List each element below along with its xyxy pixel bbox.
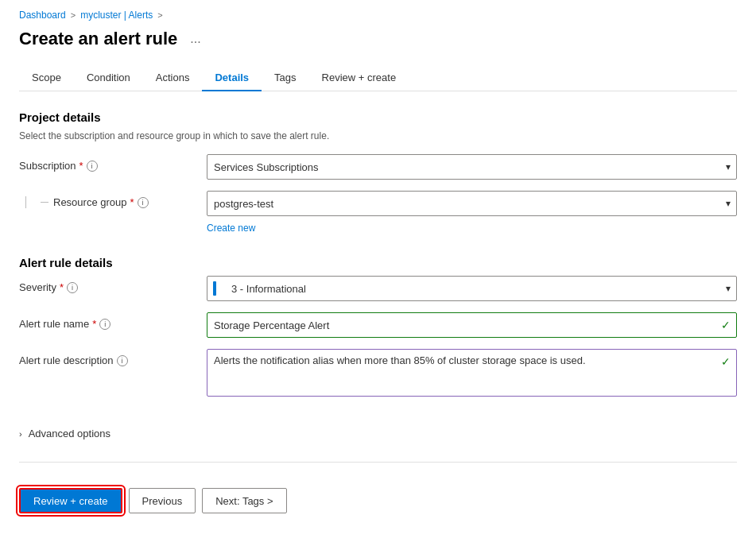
alert-rule-description-textarea-wrapper: Alerts the notification alias when more …: [207, 349, 737, 399]
project-details-section: Project details Select the subscription …: [19, 110, 737, 234]
alert-rule-description-textarea[interactable]: Alerts the notification alias when more …: [207, 349, 737, 397]
severity-row: Severity * i 0 - Critical 1 - Error 2 - …: [19, 276, 737, 301]
advanced-options-row[interactable]: › Advanced options: [19, 421, 737, 446]
resource-group-required: *: [130, 196, 134, 208]
alert-rule-name-row: Alert rule name * i ✓: [19, 312, 737, 338]
resource-group-label-text: Resource group: [53, 196, 127, 208]
alert-rule-description-control: Alerts the notification alias when more …: [207, 349, 737, 399]
severity-control: 0 - Critical 1 - Error 2 - Warning 3 - I…: [207, 276, 737, 301]
resource-group-control: postgres-test ▾ Create new: [207, 191, 737, 234]
advanced-options-chevron-icon: ›: [19, 429, 22, 439]
tabs-row: Scope Condition Actions Details Tags Rev…: [19, 65, 737, 91]
breadcrumb-cluster[interactable]: mycluster | Alerts: [80, 10, 153, 21]
tab-details[interactable]: Details: [202, 65, 262, 91]
subscription-control: Services Subscriptions ▾: [207, 154, 737, 180]
severity-required: *: [60, 281, 64, 293]
project-details-description: Select the subscription and resource gro…: [19, 130, 737, 141]
resource-group-select-wrapper: postgres-test ▾: [207, 191, 737, 216]
breadcrumb-sep-1: >: [71, 10, 76, 20]
page-container: Dashboard > mycluster | Alerts > Create …: [0, 0, 756, 542]
alert-rule-details-title: Alert rule details: [19, 256, 737, 269]
create-new-link[interactable]: Create new: [207, 223, 737, 234]
review-create-button[interactable]: Review + create: [19, 488, 122, 513]
alert-rule-name-input-wrapper: ✓: [207, 312, 737, 338]
severity-label: Severity * i: [19, 276, 194, 293]
alert-rule-name-check-icon: ✓: [721, 319, 731, 331]
breadcrumb-dashboard[interactable]: Dashboard: [19, 10, 66, 21]
alert-rule-name-input[interactable]: [207, 312, 737, 338]
subscription-select-wrapper: Services Subscriptions ▾: [207, 154, 737, 180]
page-title: Create an alert rule: [19, 29, 177, 49]
advanced-options-label: Advanced options: [29, 428, 110, 439]
resource-group-select[interactable]: postgres-test: [207, 191, 737, 216]
alert-rule-name-label: Alert rule name * i: [19, 312, 194, 330]
next-button[interactable]: Next: Tags >: [202, 488, 286, 513]
alert-rule-description-info-icon[interactable]: i: [117, 355, 128, 366]
subscription-label: Subscription * i: [19, 154, 194, 172]
ellipsis-button[interactable]: ...: [185, 30, 205, 48]
severity-info-icon[interactable]: i: [67, 282, 78, 293]
alert-rule-name-control: ✓: [207, 312, 737, 338]
tab-review-create[interactable]: Review + create: [309, 65, 409, 91]
tab-scope[interactable]: Scope: [19, 65, 74, 91]
bottom-divider: [19, 462, 737, 463]
alert-rule-name-info-icon[interactable]: i: [99, 319, 110, 330]
page-title-row: Create an alert rule ...: [19, 29, 737, 49]
tab-tags[interactable]: Tags: [262, 65, 308, 91]
alert-rule-description-check-icon: ✓: [721, 355, 731, 368]
subscription-required: *: [79, 160, 83, 172]
alert-rule-details-section: Alert rule details Severity * i 0 - Crit…: [19, 256, 737, 399]
bottom-bar: Review + create Previous Next: Tags >: [19, 478, 737, 523]
subscription-info-icon[interactable]: i: [87, 161, 98, 172]
previous-button[interactable]: Previous: [129, 488, 196, 513]
resource-group-info-icon[interactable]: i: [138, 197, 149, 208]
project-details-title: Project details: [19, 110, 737, 124]
resource-group-label-col: Resource group * i: [19, 191, 194, 208]
alert-rule-name-required: *: [92, 318, 96, 330]
severity-select[interactable]: 0 - Critical 1 - Error 2 - Warning 3 - I…: [207, 276, 737, 301]
breadcrumb-sep-2: >: [157, 10, 162, 20]
alert-rule-description-row: Alert rule description i Alerts the noti…: [19, 349, 737, 399]
breadcrumb: Dashboard > mycluster | Alerts >: [19, 10, 737, 21]
severity-select-wrapper: 0 - Critical 1 - Error 2 - Warning 3 - I…: [207, 276, 737, 301]
subscription-select[interactable]: Services Subscriptions: [207, 154, 737, 180]
alert-rule-description-label: Alert rule description i: [19, 349, 194, 366]
tab-condition[interactable]: Condition: [74, 65, 143, 91]
subscription-row: Subscription * i Services Subscriptions …: [19, 154, 737, 180]
resource-group-row: Resource group * i postgres-test ▾ Creat…: [19, 191, 737, 234]
tab-actions[interactable]: Actions: [143, 65, 203, 91]
